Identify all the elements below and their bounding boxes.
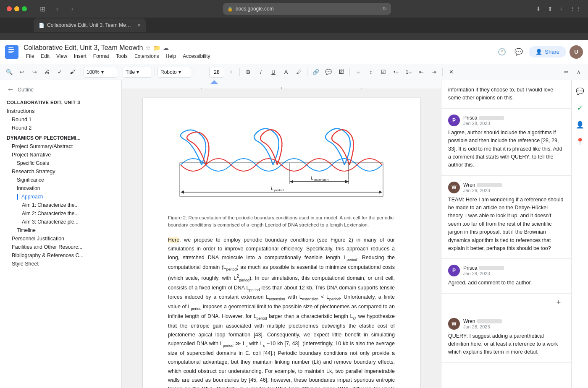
redo-button[interactable]: ↪ — [29, 66, 40, 78]
decrease-indent-button[interactable]: ⇤ — [415, 66, 427, 78]
zoom-select[interactable]: 100% ▾ — [84, 67, 117, 78]
sidebar-back-button[interactable]: ← — [7, 85, 14, 94]
menu-edit[interactable]: Edit — [38, 52, 52, 60]
image-button[interactable]: 🖼 — [335, 66, 347, 78]
check-rail-icon[interactable]: ✓ — [574, 102, 586, 114]
share-button[interactable]: 👤 Share — [529, 46, 566, 57]
outline-item-style-sheet[interactable]: Style Sheet — [0, 260, 121, 268]
outline-item-timeline[interactable]: Timeline — [0, 226, 121, 234]
print-button[interactable]: 🖨 — [41, 66, 53, 78]
share-browser-icon[interactable]: ⬆ — [548, 5, 553, 12]
cloud-icon[interactable]: ☁ — [163, 44, 169, 51]
menu-extensions[interactable]: Extensions — [132, 52, 162, 60]
outline-item-round2[interactable]: Round 2 — [0, 124, 121, 132]
outline-item-innovation[interactable]: Innovation — [0, 184, 121, 193]
toolbar-separator-2 — [120, 68, 120, 76]
outline-item-aim3[interactable]: Aim 3: Characterize ple... — [0, 218, 121, 226]
forward-button[interactable]: › — [66, 3, 78, 15]
outline-item-facilities[interactable]: Facilities and Other Resourc... — [0, 243, 121, 251]
outline-item-instructions[interactable]: Instructions — [0, 107, 121, 115]
outline-item-aim2[interactable]: Aim 2: Characterize the... — [0, 209, 121, 218]
gdocs-header-actions: 🕐 💬 👤 Share U — [495, 45, 583, 59]
checklist-button[interactable]: ☑ — [378, 66, 389, 78]
outline-item-approach[interactable]: Approach — [0, 193, 121, 201]
menu-view[interactable]: View — [54, 52, 70, 60]
person-rail-icon[interactable]: 👤 — [574, 119, 586, 130]
fullscreen-button[interactable] — [22, 6, 27, 11]
new-tab-icon[interactable]: + — [559, 5, 563, 12]
highlight-color-button[interactable]: 🖊 — [293, 66, 304, 78]
comment-1-date: Jan 28, 2023 — [463, 121, 564, 126]
browser-tab[interactable]: 📄 Collaborative Edit, Unit 3, Team Meowt… — [34, 18, 146, 32]
comments-add-row: + — [441, 294, 571, 312]
add-comment-button[interactable]: + — [553, 297, 564, 309]
minimize-button[interactable] — [14, 6, 19, 11]
outline-label: Outline — [18, 87, 34, 93]
collapse-toolbar-icon[interactable]: ∧ — [573, 66, 585, 78]
active-indicator — [17, 194, 18, 200]
menu-help[interactable]: Help — [163, 52, 179, 60]
spellcheck-icon[interactable]: ✓ — [54, 66, 66, 78]
paint-format-icon[interactable]: 🖌 — [66, 66, 78, 78]
star-icon[interactable]: ☆ — [145, 44, 151, 51]
outline-item-project-summary[interactable]: Project Summary/Abstract — [0, 142, 121, 151]
outline-item-project-narrative[interactable]: Project Narrative — [0, 151, 121, 159]
tab-close-icon[interactable]: ✕ — [137, 23, 141, 28]
line-spacing-button[interactable]: ↕ — [365, 66, 377, 78]
user-avatar[interactable]: U — [570, 45, 583, 59]
font-size-decrease-button[interactable]: − — [197, 66, 208, 78]
menu-accessibility[interactable]: Accessibility — [180, 52, 213, 60]
search-toolbar-icon[interactable]: 🔍 — [3, 66, 15, 78]
menu-tools[interactable]: Tools — [113, 52, 130, 60]
outline-item-round1[interactable]: Round 1 — [0, 115, 121, 124]
style-value: Title — [126, 69, 135, 75]
address-bar[interactable]: 🔒 docs.google.com ↻ — [223, 3, 391, 15]
outline-item-specific-goals[interactable]: Specific Goals — [0, 159, 121, 167]
version-history-icon[interactable]: 🕐 — [495, 45, 509, 59]
tab-favicon-icon: 📄 — [39, 23, 45, 28]
folder-icon[interactable]: 📁 — [153, 44, 160, 51]
back-button[interactable]: ‹ — [51, 3, 63, 15]
edit-mode-icon[interactable]: ✏ — [560, 66, 572, 78]
font-size-input[interactable]: 28 — [209, 67, 224, 78]
text-color-button[interactable]: A — [280, 66, 292, 78]
font-size-increase-button[interactable]: + — [225, 66, 237, 78]
align-button[interactable]: ≡ — [352, 66, 364, 78]
downloads-icon[interactable]: ⬇ — [536, 5, 541, 12]
comment-insert-button[interactable]: 💬 — [323, 66, 334, 78]
menu-format[interactable]: Format — [91, 52, 112, 60]
underline-button[interactable]: U — [268, 66, 279, 78]
outline-item-research-strategy[interactable]: Research Strategy — [0, 167, 121, 176]
outline-item-aim1[interactable]: Aim 1: Characterize the... — [0, 201, 121, 209]
undo-button[interactable]: ↩ — [16, 66, 28, 78]
bullet-list-button[interactable]: •≡ — [390, 66, 402, 78]
reload-icon[interactable]: ↻ — [383, 6, 387, 12]
maps-rail-icon[interactable]: 📍 — [574, 135, 586, 147]
outline-item-significance[interactable]: Significance — [0, 176, 121, 184]
menu-file[interactable]: File — [24, 52, 37, 60]
doc-title[interactable]: Collaborative Edit, Unit 3, Team Meowth — [24, 44, 143, 52]
comments-icon[interactable]: 💬 — [512, 45, 525, 59]
comments-rail-icon[interactable]: 💬 — [574, 85, 586, 97]
style-select[interactable]: Title ▾ — [123, 67, 152, 78]
close-button[interactable] — [7, 6, 12, 11]
numbered-list-button[interactable]: 1≡ — [403, 66, 415, 78]
bold-button[interactable]: B — [242, 66, 254, 78]
menu-insert[interactable]: Insert — [71, 52, 89, 60]
outline-item-bibliography[interactable]: Bibliography & References C... — [0, 251, 121, 260]
sidebar-toggle-icon[interactable]: ⊞ — [37, 3, 48, 14]
outline-item-dynamics[interactable]: DYNAMICS OF PLECTONEMI... — [0, 134, 121, 142]
clear-formatting-button[interactable]: ✕ — [445, 66, 457, 78]
svg-text:extension: extension — [314, 178, 328, 182]
comment-2-date: Jan 26, 2023 — [463, 188, 564, 193]
italic-button[interactable]: I — [255, 66, 267, 78]
share-label: Share — [545, 49, 559, 55]
comment-card-2: W Wren Jan 26, 2023 TEAM: Here I am wond… — [441, 176, 571, 259]
font-select[interactable]: Roboto ▾ — [158, 67, 191, 78]
apps-icon[interactable]: ⋮⋮ — [570, 5, 581, 12]
zoom-chevron-icon: ▾ — [101, 69, 104, 75]
increase-indent-button[interactable]: ⇥ — [428, 66, 440, 78]
document-page: L extension L period — [143, 98, 420, 388]
outline-item-personnel[interactable]: Personnel Justification — [0, 234, 121, 243]
link-button[interactable]: 🔗 — [310, 66, 322, 78]
